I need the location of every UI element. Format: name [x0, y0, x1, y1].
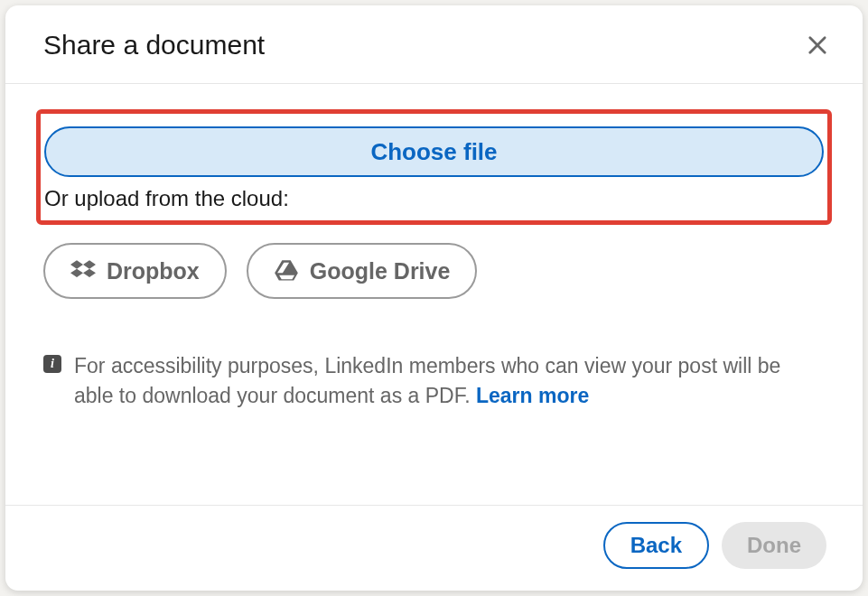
- info-icon: i: [43, 355, 61, 373]
- choose-file-button[interactable]: Choose file: [44, 126, 824, 177]
- close-icon: [805, 33, 830, 58]
- modal-title: Share a document: [43, 30, 265, 61]
- accessibility-info: i For accessibility purposes, LinkedIn m…: [43, 351, 825, 412]
- done-button: Done: [722, 522, 826, 569]
- info-text: For accessibility purposes, LinkedIn mem…: [74, 354, 780, 407]
- cloud-options-row: Dropbox Google Drive: [43, 243, 825, 299]
- info-text-container: For accessibility purposes, LinkedIn mem…: [74, 351, 825, 412]
- google-drive-label: Google Drive: [310, 258, 451, 284]
- google-drive-icon: [274, 258, 299, 284]
- close-button[interactable]: [799, 27, 835, 63]
- annotation-highlight: Choose file Or upload from the cloud:: [36, 109, 832, 225]
- dropbox-button[interactable]: Dropbox: [43, 243, 227, 299]
- share-document-modal: Share a document Choose file Or upload f…: [5, 5, 863, 591]
- dropbox-icon: [70, 258, 96, 284]
- done-label: Done: [747, 533, 801, 557]
- modal-header: Share a document: [5, 5, 863, 84]
- modal-footer: Back Done: [5, 505, 863, 591]
- back-label: Back: [630, 533, 682, 557]
- dropbox-label: Dropbox: [107, 258, 200, 284]
- or-upload-cloud-label: Or upload from the cloud:: [44, 186, 824, 211]
- choose-file-label: Choose file: [370, 138, 497, 166]
- learn-more-link[interactable]: Learn more: [476, 384, 589, 407]
- google-drive-button[interactable]: Google Drive: [247, 243, 478, 299]
- back-button[interactable]: Back: [603, 522, 709, 569]
- modal-body: Choose file Or upload from the cloud: Dr…: [5, 84, 863, 505]
